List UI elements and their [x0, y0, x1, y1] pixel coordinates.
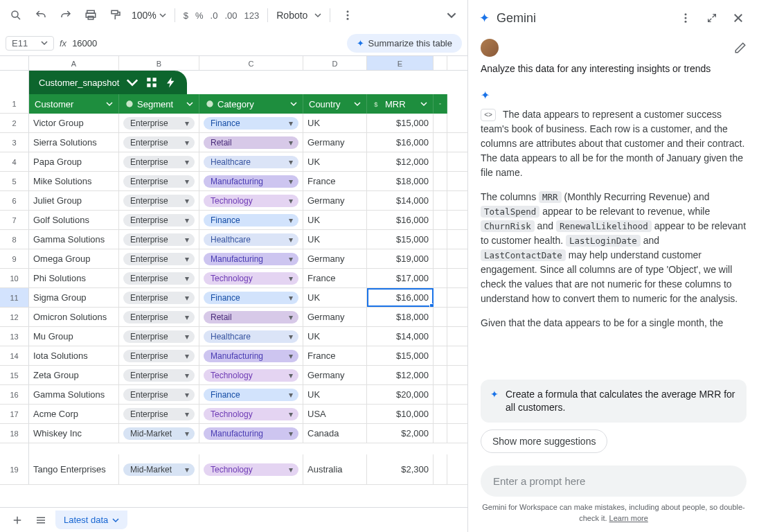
row-header[interactable]: 4 [0, 152, 29, 171]
select-all-corner[interactable] [0, 56, 29, 70]
table-row[interactable]: 6Juliet GroupEnterprise▾Technology▾Germa… [0, 191, 467, 211]
cell-category[interactable]: Retail▾ [199, 308, 303, 326]
col-header-a[interactable]: A [29, 56, 119, 70]
zoom-dropdown[interactable]: 100% [132, 10, 166, 21]
col-header-c[interactable]: C [199, 56, 303, 70]
cell-extra[interactable] [434, 152, 447, 171]
table-row[interactable]: 7Golf SolutionsEnterprise▾Finance▾UK$16,… [0, 211, 467, 230]
spreadsheet-grid[interactable]: A B C D E Customer_snapshot 1 Customer [0, 55, 467, 507]
row-header[interactable]: 5 [0, 172, 29, 190]
cell-segment[interactable]: Enterprise▾ [119, 230, 199, 249]
cell-segment[interactable]: Enterprise▾ [119, 385, 199, 404]
paint-format-icon[interactable] [107, 6, 125, 24]
cell-extra[interactable] [434, 424, 447, 443]
col-header-b[interactable]: B [119, 56, 199, 70]
cell-extra[interactable] [434, 172, 447, 190]
cell-mrr[interactable]: $16,000 [367, 288, 434, 307]
print-icon[interactable] [82, 6, 100, 24]
cell-extra[interactable] [434, 405, 447, 423]
cell-customer[interactable]: Tango Enterprises [29, 454, 119, 484]
col-header-f[interactable] [434, 56, 447, 70]
edit-prompt-icon[interactable] [734, 42, 747, 54]
row-header[interactable]: 3 [0, 133, 29, 152]
col-header-d[interactable]: D [303, 56, 367, 70]
table-row[interactable]: 4Papa GroupEnterprise▾Healthcare▾UK$12,0… [0, 152, 467, 172]
gemini-menu-icon[interactable] [676, 8, 695, 28]
more-icon[interactable] [339, 6, 357, 24]
table-row[interactable]: 13Mu GroupEnterprise▾Healthcare▾UK$14,00… [0, 327, 467, 346]
cell-extra[interactable] [434, 385, 447, 404]
cell-category[interactable]: Technology▾ [199, 405, 303, 423]
row-header[interactable]: 11 [0, 288, 29, 307]
cell-segment[interactable]: Enterprise▾ [119, 211, 199, 229]
cell-extra[interactable] [434, 366, 447, 384]
cell-customer[interactable]: Gamma Solutions [29, 385, 119, 404]
cell-country[interactable]: France [303, 172, 367, 190]
format-currency[interactable]: $ [184, 10, 188, 21]
cell-customer[interactable]: Mike Solutions [29, 172, 119, 190]
cell-country[interactable]: Canada [303, 424, 367, 443]
cell-country[interactable]: UK [303, 327, 367, 346]
cell-customer[interactable]: Gamma Solutions [29, 230, 119, 249]
cell-segment[interactable]: Enterprise▾ [119, 172, 199, 190]
cell-country[interactable]: UK [303, 385, 367, 404]
cell-mrr[interactable]: $19,000 [367, 249, 434, 268]
cell-category[interactable]: Retail▾ [199, 133, 303, 152]
row-header[interactable]: 17 [0, 405, 29, 423]
cell-country[interactable]: Germany [303, 366, 367, 384]
table-row[interactable]: 11Sigma GroupEnterprise▾Finance▾UK$16,00… [0, 288, 467, 308]
cell-segment[interactable]: Enterprise▾ [119, 366, 199, 384]
cell-extra[interactable] [434, 230, 447, 249]
cell-mrr[interactable]: $10,000 [367, 405, 434, 423]
cell-customer[interactable]: Omicron Solutions [29, 308, 119, 326]
lightning-icon[interactable] [165, 76, 177, 89]
cell-customer[interactable]: Victor Group [29, 114, 119, 132]
row-header[interactable]: 15 [0, 366, 29, 384]
format-123[interactable]: 123 [244, 10, 260, 21]
table-grid-icon[interactable] [145, 76, 158, 89]
row-header[interactable]: 13 [0, 327, 29, 346]
row-header[interactable]: 14 [0, 346, 29, 365]
cell-segment[interactable]: Enterprise▾ [119, 249, 199, 268]
cell-country[interactable]: UK [303, 211, 367, 229]
cell-segment[interactable]: Mid-Market▾ [119, 424, 199, 443]
learn-more-link[interactable]: Learn more [609, 514, 648, 522]
table-row[interactable]: 17Acme CorpEnterprise▾Technology▾USA$10,… [0, 405, 467, 424]
cell-mrr[interactable]: $12,000 [367, 152, 434, 171]
row-header[interactable]: 18 [0, 424, 29, 443]
show-more-suggestions-button[interactable]: Show more suggestions [481, 429, 607, 453]
cell-category[interactable]: Finance▾ [199, 211, 303, 229]
cell-country[interactable]: UK [303, 114, 367, 132]
cell-category[interactable]: Finance▾ [199, 114, 303, 132]
cell-country[interactable]: UK [303, 288, 367, 307]
cell-customer[interactable]: Juliet Group [29, 191, 119, 210]
table-row[interactable]: 8Gamma SolutionsEnterprise▾Healthcare▾UK… [0, 230, 467, 249]
cell-mrr[interactable]: $14,000 [367, 191, 434, 210]
cell-extra[interactable] [434, 269, 447, 287]
row-header[interactable]: 7 [0, 211, 29, 229]
search-icon[interactable] [7, 6, 25, 24]
cell-country[interactable]: Germany [303, 308, 367, 326]
cell-category[interactable]: Finance▾ [199, 385, 303, 404]
format-percent[interactable]: % [195, 10, 204, 21]
cell-segment[interactable]: Enterprise▾ [119, 288, 199, 307]
cell-customer[interactable]: Whiskey Inc [29, 424, 119, 443]
table-name-chip[interactable]: Customer_snapshot [29, 71, 187, 94]
header-more[interactable] [434, 94, 447, 114]
cell-category[interactable]: Technology▾ [199, 366, 303, 384]
cell-segment[interactable]: Enterprise▾ [119, 405, 199, 423]
cell-country[interactable]: France [303, 346, 367, 365]
col-header-e[interactable]: E [367, 56, 434, 70]
cell-extra[interactable] [434, 191, 447, 210]
summarize-table-button[interactable]: ✦ Summarize this table [347, 34, 462, 53]
decrease-decimals[interactable]: .0 [211, 10, 218, 21]
table-row[interactable]: 15Zeta GroupEnterprise▾Technology▾German… [0, 366, 467, 385]
cell-segment[interactable]: Enterprise▾ [119, 308, 199, 326]
cell-customer[interactable]: Papa Group [29, 152, 119, 171]
cell-mrr[interactable]: $14,000 [367, 327, 434, 346]
cell-mrr[interactable]: $16,000 [367, 211, 434, 229]
table-row[interactable]: 16Gamma SolutionsEnterprise▾Finance▾UK$2… [0, 385, 467, 405]
cell-category[interactable]: Manufacturing▾ [199, 424, 303, 443]
cell-mrr[interactable]: $18,000 [367, 172, 434, 190]
cell-mrr[interactable]: $2,000 [367, 424, 434, 443]
